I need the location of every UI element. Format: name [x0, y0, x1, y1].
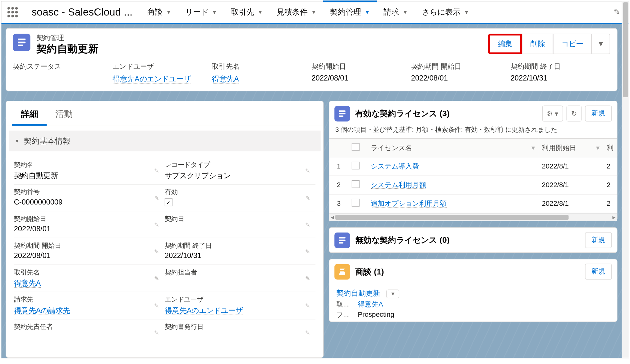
license-link[interactable]: システム導入費: [371, 162, 419, 170]
field-value-link[interactable]: 得意先A: [212, 75, 239, 84]
field-value-link[interactable]: 得意先Aの請求先: [14, 306, 70, 315]
chevron-down-icon[interactable]: ▾: [531, 143, 535, 151]
pencil-icon[interactable]: ✎: [305, 248, 310, 255]
checkbox-checked: ✓: [165, 198, 172, 206]
pencil-icon[interactable]: ✎: [154, 329, 159, 336]
field-label: 請求先: [14, 296, 160, 304]
related-list-active-licenses: 有効な契約ライセンス (3) ⚙ ▾ ↻ 新規 3 個の項目・並び替え基準: 月…: [329, 101, 618, 221]
field-label: 契約担当者: [165, 268, 311, 276]
field-value: 2022/10/31: [511, 74, 610, 83]
related-list-title[interactable]: 商談 (1): [355, 266, 384, 277]
app-name-label: soasc - SalesCloud ...: [24, 6, 140, 18]
field-label: 契約先責任者: [14, 323, 160, 331]
nav-tab-invoice[interactable]: 請求▼: [377, 1, 415, 23]
field-label: 有効: [165, 188, 311, 196]
field-label: 取引先名: [212, 62, 311, 71]
chevron-down-icon[interactable]: ▼: [212, 9, 217, 15]
license-link[interactable]: 追加オプション利用月額: [371, 200, 447, 207]
field-value-link[interactable]: 得意先Aのエンドユーザ: [165, 306, 243, 315]
related-list-title[interactable]: 無効な契約ライセンス (0): [355, 234, 450, 246]
pencil-icon[interactable]: ✎: [305, 194, 310, 201]
copy-button[interactable]: コピー: [553, 34, 592, 54]
vertical-scrollbar[interactable]: [622, 1, 628, 358]
record-type-icon: [13, 34, 30, 51]
chevron-down-icon[interactable]: ▼: [464, 9, 469, 15]
detail-field: 契約先責任者✎: [14, 319, 165, 346]
pencil-icon[interactable]: ✎: [305, 329, 310, 336]
field-label: 契約開始日: [14, 215, 160, 223]
new-button[interactable]: 新規: [585, 232, 612, 248]
field-value: [14, 333, 160, 343]
row-checkbox[interactable]: [352, 199, 360, 207]
field-value-link[interactable]: 得意先Aのエンドユーザ: [113, 75, 191, 84]
svg-rect-1: [18, 42, 25, 44]
svg-rect-3: [339, 110, 346, 112]
nav-tab-opportunity[interactable]: 商談▼: [140, 1, 178, 23]
section-toggle[interactable]: ▾ 契約基本情報: [9, 131, 321, 151]
chevron-down-icon[interactable]: ▼: [166, 9, 172, 15]
chevron-down-icon[interactable]: ▼: [403, 9, 408, 15]
chevron-down-icon[interactable]: ▼: [365, 9, 370, 15]
nav-tab-contract[interactable]: 契約管理▼: [323, 1, 377, 23]
detail-field: 契約名契約自動更新✎: [14, 157, 165, 185]
pencil-icon[interactable]: ✎: [154, 194, 159, 201]
pencil-icon[interactable]: ✎: [305, 275, 310, 282]
field-label: 契約開始日: [311, 62, 411, 71]
opp-field-value: Prospecting: [358, 311, 394, 320]
pencil-icon[interactable]: ✎: [154, 221, 159, 228]
pencil-icon[interactable]: ✎: [154, 167, 159, 174]
detail-field: 契約期間 開始日2022/08/01✎: [14, 238, 165, 265]
pencil-icon[interactable]: ✎: [305, 167, 310, 174]
chevron-down-icon[interactable]: ▾: [596, 143, 600, 151]
col-header[interactable]: 利用開始日: [542, 144, 576, 151]
opportunity-link[interactable]: 契約自動更新: [336, 289, 380, 297]
table-row[interactable]: 1システム導入費2022/8/12: [329, 157, 617, 176]
nav-tab-more[interactable]: さらに表示▼: [415, 1, 476, 23]
pencil-icon[interactable]: ✎: [154, 248, 159, 255]
nav-label: 取引先: [231, 7, 254, 17]
edit-button[interactable]: 編集: [488, 34, 522, 54]
delete-button[interactable]: 削除: [522, 34, 553, 54]
new-button[interactable]: 新規: [585, 264, 612, 279]
field-value-link[interactable]: 得意先A: [14, 279, 41, 288]
col-header[interactable]: ライセンス名: [371, 144, 412, 151]
field-value: 2022/08/01: [14, 225, 160, 234]
svg-rect-7: [339, 239, 346, 241]
table-row[interactable]: 3追加オプション利用月額2022/8/12: [329, 194, 617, 213]
svg-rect-0: [18, 39, 25, 40]
row-checkbox[interactable]: [352, 180, 360, 188]
field-label: 契約名: [14, 161, 160, 169]
list-icon: [334, 232, 350, 248]
pencil-icon[interactable]: ✎: [305, 221, 310, 228]
select-all-checkbox[interactable]: [352, 143, 360, 151]
related-list-title[interactable]: 有効な契約ライセンス (3): [355, 108, 450, 119]
more-actions-dropdown[interactable]: ▼: [591, 34, 610, 54]
license-link[interactable]: システム利用月額: [371, 181, 426, 189]
pencil-icon[interactable]: ✎: [154, 302, 159, 309]
svg-rect-4: [339, 113, 346, 114]
nav-tab-quote[interactable]: 見積条件▼: [270, 1, 323, 23]
table-row[interactable]: 2システム利用月額2022/8/12: [329, 176, 617, 194]
chevron-down-icon[interactable]: ▼: [258, 9, 263, 15]
field-value: 契約自動更新: [14, 171, 160, 181]
chevron-down-icon[interactable]: ▼: [311, 9, 316, 15]
app-launcher-icon[interactable]: [1, 7, 24, 17]
row-number: 1: [329, 157, 348, 176]
new-button[interactable]: 新規: [585, 105, 612, 121]
opp-field-value[interactable]: 得意先A: [358, 300, 383, 309]
refresh-icon[interactable]: ↻: [567, 105, 582, 121]
tab-detail[interactable]: 詳細: [12, 101, 47, 126]
field-label: 契約ステータス: [13, 62, 113, 71]
nav-tab-lead[interactable]: リード▼: [178, 1, 224, 23]
row-checkbox[interactable]: [352, 162, 360, 169]
opportunity-icon: [334, 264, 350, 279]
horizontal-scrollbar[interactable]: ◄ ►: [329, 213, 617, 221]
pencil-icon[interactable]: ✎: [305, 302, 310, 309]
tab-activity[interactable]: 活動: [47, 101, 81, 126]
field-label: エンドユーザ: [113, 62, 212, 71]
gear-icon[interactable]: ⚙ ▾: [542, 105, 563, 121]
row-action-dropdown[interactable]: ▼: [387, 289, 400, 298]
field-label: 契約日: [165, 215, 311, 223]
pencil-icon[interactable]: ✎: [154, 275, 159, 282]
nav-tab-account[interactable]: 取引先▼: [224, 1, 270, 23]
